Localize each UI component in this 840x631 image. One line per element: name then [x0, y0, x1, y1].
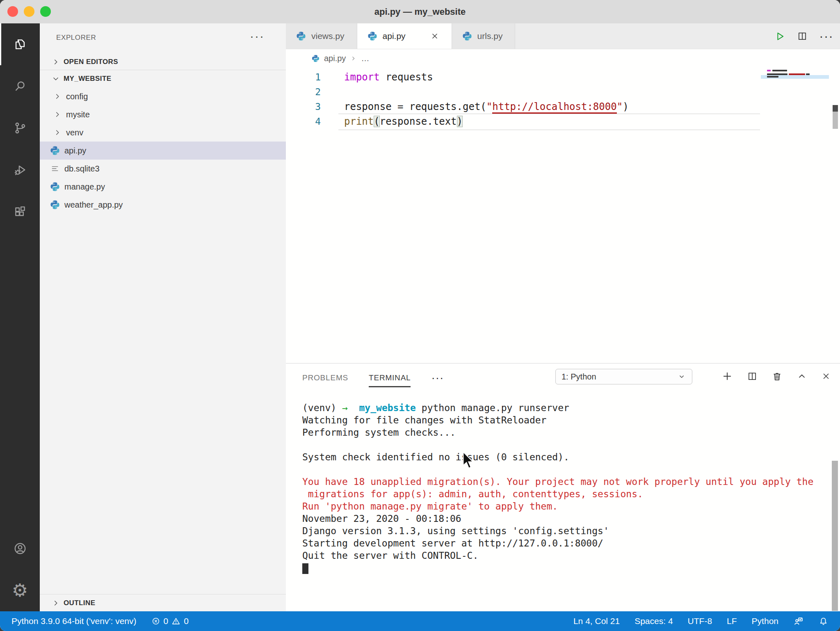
- window-title: api.py — my_website: [0, 0, 840, 23]
- status-python-interpreter[interactable]: Python 3.9.0 64-bit ('venv': venv): [11, 616, 137, 626]
- terminal-line: (venv) → my_website python manage.py run…: [302, 402, 813, 414]
- search-icon[interactable]: [0, 65, 40, 107]
- python-icon: [50, 145, 60, 156]
- panel-tab-problems[interactable]: PROBLEMS: [302, 373, 348, 382]
- file-item-manage.py[interactable]: manage.py: [40, 178, 286, 196]
- file-item-db.sqlite3[interactable]: db.sqlite3: [40, 160, 286, 178]
- file-item-api.py[interactable]: api.py: [40, 142, 286, 160]
- tab-views.py[interactable]: views.py: [286, 23, 357, 49]
- source-control-icon[interactable]: [0, 107, 40, 149]
- line-number: 2: [286, 85, 326, 99]
- run-debug-icon[interactable]: [0, 149, 40, 191]
- minimap[interactable]: [761, 64, 829, 105]
- file-item-weather_app.py[interactable]: weather_app.py: [40, 196, 286, 214]
- chevron-right-icon: [53, 92, 62, 101]
- outline-section[interactable]: OUTLINE: [40, 595, 286, 611]
- line-number: 3: [286, 99, 326, 114]
- terminal-output[interactable]: (venv) → my_website python manage.py run…: [302, 402, 813, 574]
- panel-tab-terminal[interactable]: TERMINAL: [369, 373, 411, 382]
- explorer-icon[interactable]: [0, 23, 40, 65]
- chevron-right-icon: [51, 57, 60, 66]
- terminal-line: You have 18 unapplied migration(s). Your…: [302, 476, 813, 488]
- explorer-sidebar: EXPLORER ··· OPEN EDITORS MY_WEBSITE con…: [40, 23, 286, 611]
- status-bar: Python 3.9.0 64-bit ('venv': venv)00 Ln …: [0, 611, 840, 631]
- code-line-1[interactable]: 1import requests: [286, 70, 840, 85]
- tab-api.py[interactable]: api.py: [357, 23, 452, 49]
- terminal-line: migrations for app(s): admin, auth, cont…: [302, 488, 813, 500]
- chevron-right-icon: [53, 110, 62, 119]
- file-item-config[interactable]: config: [40, 87, 286, 105]
- trash-icon[interactable]: [772, 371, 783, 382]
- status-eol-sequence[interactable]: LF: [727, 616, 737, 626]
- terminal-line: [302, 439, 813, 451]
- python-icon: [311, 54, 320, 63]
- chevron-down-icon: [677, 372, 686, 381]
- chevron-right-icon: [350, 55, 357, 62]
- terminal-line: [302, 562, 813, 574]
- terminal-line: System check identified no issues (0 sil…: [302, 451, 813, 463]
- bottom-panel: PROBLEMSTERMINAL ··· 1: Python (venv) → …: [286, 363, 840, 612]
- chevron-down-icon: [51, 74, 60, 83]
- account-icon[interactable]: [0, 528, 40, 569]
- sidebar-more-actions[interactable]: ···: [250, 29, 265, 43]
- python-icon: [50, 181, 60, 192]
- plus-icon[interactable]: [721, 370, 733, 382]
- chevron-right-icon: [51, 599, 60, 608]
- code-line-2[interactable]: 2: [286, 85, 840, 99]
- status-cursor-position[interactable]: Ln 4, Col 21: [573, 616, 620, 626]
- status-indentation[interactable]: Spaces: 4: [635, 616, 673, 626]
- split-icon[interactable]: [797, 31, 808, 41]
- terminal-cursor: [302, 563, 308, 574]
- project-root-folder[interactable]: MY_WEBSITE: [40, 70, 286, 87]
- status-language-mode[interactable]: Python: [752, 616, 778, 626]
- vscode-window: api.py — my_website ⚙ EXPLORER ··· OPEN …: [0, 0, 840, 631]
- file-icon: [50, 163, 60, 174]
- status-notifications[interactable]: [818, 616, 829, 626]
- chevron-right-icon: [53, 128, 62, 137]
- line-number: 4: [286, 114, 326, 129]
- breadcrumb[interactable]: api.py …: [286, 49, 369, 68]
- editor-scrollbar[interactable]: [831, 23, 840, 363]
- open-editors-section[interactable]: OPEN EDITORS: [40, 54, 286, 70]
- close-icon[interactable]: [821, 371, 831, 381]
- terminal-line: Quit the server with CONTROL-C.: [302, 549, 813, 562]
- extensions-icon[interactable]: [0, 191, 40, 233]
- code-line-3[interactable]: 3response = requests.get("http://localho…: [286, 99, 840, 114]
- terminal-line: November 23, 2020 - 00:18:06: [302, 512, 813, 525]
- status-feedback[interactable]: [793, 616, 803, 626]
- editor-tab-bar: views.pyapi.pyurls.py ···: [286, 23, 840, 49]
- terminal-line: Starting development server at http://12…: [302, 537, 813, 549]
- play-icon[interactable]: [774, 30, 785, 42]
- terminal-line: Watching for file changes with StatReloa…: [302, 414, 813, 426]
- file-item-venv[interactable]: venv: [40, 123, 286, 142]
- code-area[interactable]: 1import requests23response = requests.ge…: [286, 70, 840, 129]
- terminal-scrollbar[interactable]: [832, 461, 838, 611]
- line-number: 1: [286, 70, 326, 85]
- status-encoding[interactable]: UTF-8: [688, 616, 712, 626]
- close-tab-icon[interactable]: [430, 32, 439, 41]
- titlebar: api.py — my_website: [0, 0, 840, 24]
- breadcrumb-more[interactable]: …: [361, 54, 369, 63]
- terminal-line: Django version 3.1.3, using settings 'co…: [302, 525, 813, 537]
- file-item-mysite[interactable]: mysite: [40, 105, 286, 123]
- python-icon: [462, 31, 472, 41]
- editor-group: views.pyapi.pyurls.py ··· api.py … 1impo…: [286, 23, 840, 363]
- sidebar-title: EXPLORER: [56, 34, 96, 42]
- chevron-up-icon[interactable]: [797, 371, 807, 382]
- python-icon: [50, 199, 60, 210]
- code-line-4[interactable]: 4print(response.text): [286, 114, 840, 129]
- terminal-line: Run 'python manage.py migrate' to apply …: [302, 500, 813, 512]
- python-icon: [367, 31, 378, 41]
- activity-bar: ⚙: [0, 23, 40, 611]
- settings-icon[interactable]: ⚙: [0, 569, 40, 611]
- status-problems[interactable]: 00: [151, 616, 189, 626]
- terminal-select[interactable]: 1: Python: [555, 369, 692, 384]
- terminal-line: [302, 463, 813, 476]
- tab-urls.py[interactable]: urls.py: [452, 23, 516, 49]
- breadcrumb-file[interactable]: api.py: [324, 54, 346, 63]
- sidebar-divider: [40, 594, 286, 594]
- python-icon: [296, 31, 306, 41]
- split-icon[interactable]: [747, 371, 758, 382]
- terminal-line: Performing system checks...: [302, 426, 813, 439]
